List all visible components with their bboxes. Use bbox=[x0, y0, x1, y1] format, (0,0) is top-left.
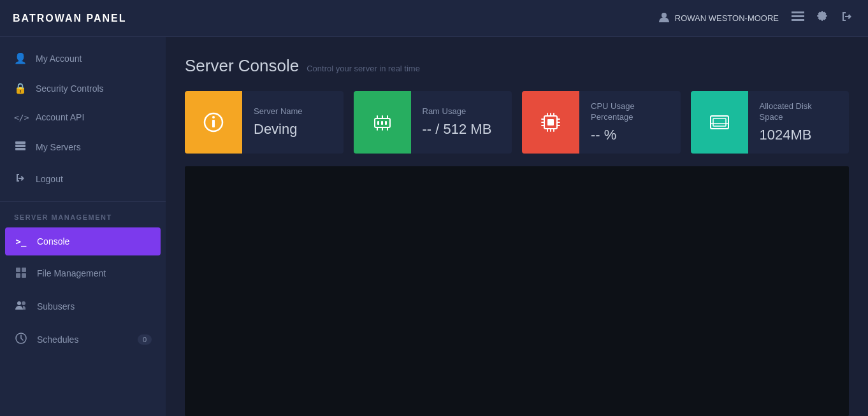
sidebar-item-my-servers[interactable]: My Servers bbox=[0, 131, 166, 163]
server-name-label: Server Name bbox=[254, 106, 332, 117]
stat-card-server-name: Server Name Deving bbox=[185, 91, 344, 154]
sidebar-item-file-management[interactable]: File Management bbox=[0, 257, 166, 290]
ram-usage-icon-box bbox=[354, 91, 411, 154]
svg-rect-12 bbox=[792, 15, 804, 17]
svg-rect-2 bbox=[15, 148, 25, 150]
cpu-usage-info: CPU Usage Percentage -- % bbox=[579, 91, 681, 154]
sidebar-item-console[interactable]: >_ Console bbox=[5, 227, 161, 255]
lock-icon: 🔒 bbox=[14, 82, 27, 94]
page-title-row: Server Console Control your server in re… bbox=[185, 56, 849, 76]
cpu-usage-label: CPU Usage Percentage bbox=[591, 101, 669, 123]
sidebar-item-label: My Account bbox=[36, 54, 82, 64]
svg-rect-0 bbox=[15, 141, 25, 144]
svg-point-7 bbox=[17, 301, 21, 305]
sidebar-nav: 👤 My Account 🔒 Security Controls </> Acc… bbox=[0, 37, 166, 202]
console-icon: >_ bbox=[14, 236, 28, 247]
stat-card-disk-space: Allocated Disk Space 1024MB bbox=[691, 91, 850, 154]
app-logo: BATROWAN PANEL bbox=[0, 0, 166, 37]
header-icons bbox=[792, 10, 853, 26]
svg-point-10 bbox=[662, 13, 667, 18]
gear-icon[interactable] bbox=[816, 10, 828, 26]
svg-point-8 bbox=[22, 301, 25, 305]
subusers-icon bbox=[14, 299, 28, 314]
sidebar-mgmt-label: File Management bbox=[37, 268, 106, 278]
logout-header-icon[interactable] bbox=[840, 10, 853, 26]
servers-icon bbox=[14, 140, 27, 154]
svg-rect-20 bbox=[385, 121, 387, 125]
ram-usage-label: Ram Usage bbox=[423, 106, 501, 117]
sidebar-mgmt-label: Subusers bbox=[37, 301, 75, 312]
sidebar-item-label: Security Controls bbox=[36, 83, 104, 94]
cpu-usage-value: -- % bbox=[591, 127, 669, 143]
logout-icon bbox=[14, 172, 27, 186]
svg-rect-6 bbox=[22, 273, 26, 278]
sidebar: BATROWAN PANEL 👤 My Account 🔒 Security C… bbox=[0, 0, 166, 416]
main-content: ROWAN WESTON-MOORE bbox=[166, 0, 868, 416]
sidebar-mgmt-label: Console bbox=[37, 236, 69, 247]
stats-row: Server Name Deving Ram Usage bbox=[185, 91, 849, 154]
disk-space-info: Allocated Disk Space 1024MB bbox=[748, 91, 850, 154]
disk-space-value: 1024MB bbox=[760, 127, 838, 143]
server-name-icon-box bbox=[185, 91, 242, 154]
svg-rect-3 bbox=[16, 268, 20, 272]
sidebar-item-logout[interactable]: Logout bbox=[0, 163, 166, 195]
user-icon bbox=[658, 11, 670, 25]
sidebar-item-label: Account API bbox=[36, 112, 84, 122]
sidebar-item-subusers[interactable]: Subusers bbox=[0, 290, 166, 323]
schedules-icon bbox=[14, 332, 28, 347]
sidebar-item-security-controls[interactable]: 🔒 Security Controls bbox=[0, 73, 166, 103]
svg-rect-1 bbox=[15, 145, 25, 147]
page-subtitle: Control your server in real time bbox=[307, 64, 420, 73]
svg-rect-18 bbox=[377, 121, 379, 125]
username: ROWAN WESTON-MOORE bbox=[675, 13, 779, 23]
sidebar-item-label: My Servers bbox=[36, 142, 81, 152]
sidebar-item-schedules[interactable]: Schedules 0 bbox=[0, 323, 166, 356]
sidebar-item-my-account[interactable]: 👤 My Account bbox=[0, 43, 166, 73]
svg-point-16 bbox=[212, 116, 215, 118]
sidebar-mgmt-label: Schedules bbox=[37, 334, 78, 345]
server-name-info: Server Name Deving bbox=[242, 91, 344, 154]
page-title: Server Console bbox=[185, 56, 299, 76]
svg-rect-19 bbox=[381, 121, 383, 125]
sidebar-item-account-api[interactable]: </> Account API bbox=[0, 103, 166, 131]
content-area: Server Console Control your server in re… bbox=[166, 37, 868, 416]
svg-rect-5 bbox=[16, 273, 20, 278]
disk-space-icon-box bbox=[691, 91, 748, 154]
terminal-area[interactable] bbox=[185, 166, 849, 416]
svg-rect-13 bbox=[792, 19, 804, 21]
stat-card-cpu-usage: CPU Usage Percentage -- % bbox=[522, 91, 681, 154]
stat-card-ram-usage: Ram Usage -- / 512 MB bbox=[354, 91, 512, 154]
header-user: ROWAN WESTON-MOORE bbox=[658, 11, 779, 25]
account-icon: 👤 bbox=[14, 52, 27, 64]
ram-usage-info: Ram Usage -- / 512 MB bbox=[411, 91, 512, 154]
ram-usage-value: -- / 512 MB bbox=[423, 121, 501, 138]
server-name-value: Deving bbox=[254, 121, 332, 138]
sidebar-mgmt-nav: >_ Console File Management bbox=[0, 226, 166, 356]
svg-rect-15 bbox=[212, 120, 215, 127]
list-icon[interactable] bbox=[792, 11, 804, 25]
svg-rect-24 bbox=[713, 118, 726, 126]
code-icon: </> bbox=[14, 113, 27, 122]
disk-space-label: Allocated Disk Space bbox=[760, 101, 838, 123]
sidebar-item-label: Logout bbox=[36, 174, 63, 184]
schedules-badge: 0 bbox=[138, 334, 152, 345]
svg-rect-11 bbox=[792, 11, 804, 13]
server-management-section-label: SERVER MANAGEMENT bbox=[0, 202, 166, 226]
cpu-usage-icon-box bbox=[522, 91, 579, 154]
file-management-icon bbox=[14, 266, 28, 281]
svg-rect-4 bbox=[22, 268, 26, 272]
header: ROWAN WESTON-MOORE bbox=[166, 0, 868, 37]
svg-rect-22 bbox=[547, 119, 554, 126]
